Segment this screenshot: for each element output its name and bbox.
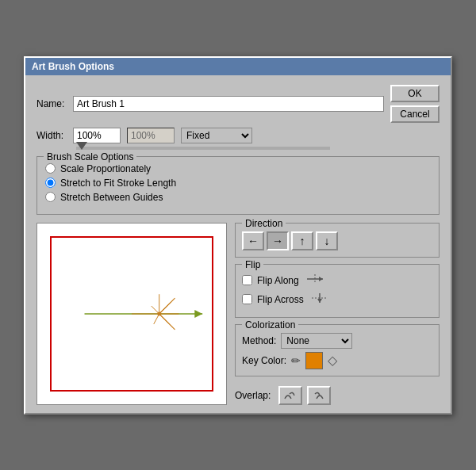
direction-buttons: ← → ↑ ↓ bbox=[242, 231, 432, 250]
name-input[interactable] bbox=[73, 96, 384, 112]
method-row: Method: None Tints Tints and Shades Hue … bbox=[242, 333, 432, 349]
width-input[interactable] bbox=[73, 128, 121, 143]
ok-button[interactable]: OK bbox=[390, 85, 440, 102]
cancel-button[interactable]: Cancel bbox=[390, 105, 440, 123]
colorization-group: Colorization Method: None Tints Tints an… bbox=[235, 324, 440, 376]
slider-thumb[interactable] bbox=[76, 142, 87, 150]
scale-option2-radio[interactable] bbox=[45, 178, 56, 188]
flip-along-icon bbox=[305, 273, 324, 288]
scale-option2-row: Stretch to Fit Stroke Length bbox=[45, 178, 431, 189]
dir-up-button[interactable]: ↑ bbox=[291, 231, 313, 250]
overlap-label: Overlap: bbox=[235, 390, 271, 401]
lower-section: Direction ← → ↑ ↓ Flip Flip Along bbox=[36, 223, 440, 405]
scale-option3-radio[interactable] bbox=[45, 192, 56, 202]
dir-down-button[interactable]: ↓ bbox=[316, 231, 338, 250]
name-label: Name: bbox=[36, 98, 68, 109]
buttons-col: OK Cancel bbox=[384, 85, 440, 123]
preview-box bbox=[36, 223, 227, 405]
scale-option2-label: Stretch to Fit Stroke Length bbox=[60, 178, 176, 189]
dir-left-button[interactable]: ← bbox=[242, 231, 264, 250]
color-swatch[interactable] bbox=[305, 352, 323, 369]
flip-group: Flip Flip Along bbox=[235, 264, 440, 318]
flip-across-checkbox[interactable] bbox=[242, 294, 252, 304]
title-bar: Art Brush Options bbox=[25, 58, 451, 75]
slider-row bbox=[36, 147, 440, 150]
name-row: Name: OK Cancel bbox=[36, 85, 440, 123]
method-label: Method: bbox=[242, 335, 276, 346]
overlap-right-button[interactable] bbox=[307, 386, 331, 405]
dir-right-button[interactable]: → bbox=[267, 231, 289, 250]
dialog-body: Name: OK Cancel Width: 100% Fixed Variab… bbox=[25, 75, 451, 413]
scale-option3-label: Stretch Between Guides bbox=[60, 192, 163, 203]
scale-option1-label: Scale Proportionately bbox=[60, 163, 151, 174]
overlap-left-button[interactable] bbox=[278, 386, 302, 405]
scale-option1-radio[interactable] bbox=[45, 163, 56, 174]
art-brush-options-dialog: Art Brush Options Name: OK Cancel Width:… bbox=[24, 56, 452, 415]
eyedropper-icon[interactable]: ✏ bbox=[291, 354, 301, 367]
direction-group: Direction ← → ↑ ↓ bbox=[235, 223, 440, 258]
flip-across-icon bbox=[310, 292, 329, 308]
flip-along-checkbox[interactable] bbox=[242, 275, 252, 285]
preview-inner-border bbox=[50, 236, 213, 392]
flip-across-label: Flip Across bbox=[257, 294, 304, 305]
direction-title: Direction bbox=[242, 218, 286, 229]
flip-title: Flip bbox=[242, 259, 263, 270]
width-row: Width: 100% Fixed Variable bbox=[36, 128, 440, 143]
brush-scale-group: Brush Scale Options Scale Proportionatel… bbox=[36, 156, 440, 215]
overlap-row: Overlap: bbox=[235, 386, 440, 405]
key-color-label: Key Color: bbox=[242, 355, 286, 366]
scale-option3-row: Stretch Between Guides bbox=[45, 192, 431, 203]
svg-marker-16 bbox=[317, 299, 322, 303]
brush-scale-title: Brush Scale Options bbox=[44, 151, 136, 162]
colorization-title: Colorization bbox=[242, 319, 298, 331]
method-dropdown[interactable]: None Tints Tints and Shades Hue Shift bbox=[281, 333, 352, 349]
fixed-dropdown[interactable]: Fixed Variable bbox=[181, 128, 252, 143]
width-label: Width: bbox=[36, 130, 68, 141]
dialog-title: Art Brush Options bbox=[32, 61, 114, 72]
flip-along-row: Flip Along bbox=[242, 273, 432, 288]
diamond-icon[interactable]: ◇ bbox=[328, 353, 337, 368]
flip-across-row: Flip Across bbox=[242, 292, 432, 308]
slider-track[interactable] bbox=[76, 147, 330, 150]
width-readonly: 100% bbox=[127, 128, 175, 143]
svg-marker-13 bbox=[319, 277, 323, 281]
key-color-row: Key Color: ✏ ◇ bbox=[242, 352, 432, 369]
right-controls: Direction ← → ↑ ↓ Flip Flip Along bbox=[235, 223, 440, 405]
flip-along-label: Flip Along bbox=[257, 275, 299, 286]
scale-option1-row: Scale Proportionately bbox=[45, 163, 431, 174]
